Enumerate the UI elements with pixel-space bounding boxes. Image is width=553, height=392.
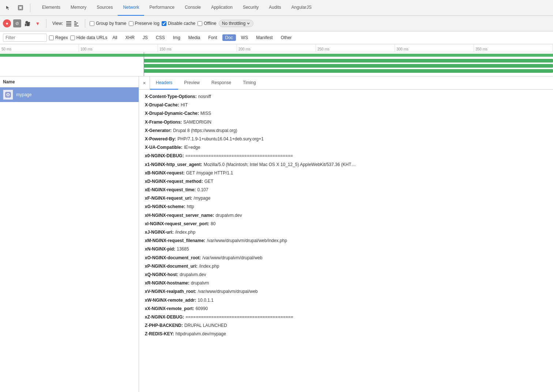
filter-input[interactable] [3,34,47,42]
nav-tab-performance[interactable]: Performance [144,0,180,16]
header-value: Mozilla/5.0 (Macintosh; Intel Mac OS X 1… [204,161,356,168]
timeline-content [0,52,553,76]
filter-chip-manifest[interactable]: Manifest [253,34,275,41]
header-value: httpdrupalvm.dev/mypage [176,331,226,338]
nav-icons [3,3,33,13]
offline-checkbox[interactable]: Offline [198,21,216,26]
header-row: Z-PHP-BACKEND: DRUPAL LAUNCHED [145,321,547,330]
header-key: Z-REDIS-KEY: [145,331,174,338]
header-key: xF-NGINX-request_uri: [145,195,192,202]
header-row: X-Drupal-Dynamic-Cache: MISS [145,109,547,118]
header-row: xH-NGINX-request_server_name: drupalvm.d… [145,211,547,220]
tab-response[interactable]: Response [206,76,237,90]
pointer-icon[interactable] [3,3,13,13]
tick-350: 350 ms [474,44,553,52]
header-key: x0-NGINX-DEBUG: [145,152,184,159]
header-key: xZ-NGINX-DEBUG: [145,314,184,321]
nav-tab-audits[interactable]: Audits [264,0,286,16]
header-row: xQ-NGINX-host: drupalvm.dev [145,271,547,279]
hide-data-urls-checkbox[interactable]: Hide data URLs [70,35,108,40]
filter-chip-doc[interactable]: Doc [222,34,236,41]
filter-chip-img[interactable]: Img [170,34,183,41]
header-value: GET /mypage HTTP/1.1 [186,170,233,177]
nav-tab-memory[interactable]: Memory [65,0,91,16]
throttle-select[interactable]: No throttling [219,20,254,27]
header-value: /mypage [193,195,210,202]
header-row: xW-NGINX-remote_addr: 10.0.1.1 [145,296,547,305]
regex-checkbox[interactable]: Regex [49,35,68,40]
header-value: /var/www/drupalvm/drupal/web [202,255,262,261]
list-view-icon[interactable] [65,20,72,27]
view-label: View: [52,21,63,26]
filter-chip-ws[interactable]: WS [238,34,251,41]
request-list-header: Name [0,76,139,87]
headers-content: X-Content-Type-Options: nosniffX-Drupal-… [139,90,553,392]
request-name: mypage [16,92,32,97]
header-value: drupalvm [191,280,209,287]
filter-chip-other[interactable]: Other [278,34,295,41]
header-value: ========================================… [185,152,293,159]
camera-icon[interactable]: 🎥 [23,19,31,27]
request-list: Name mypage [0,76,139,392]
filter-chip-css[interactable]: CSS [153,34,168,41]
header-value: DRUPAL LAUNCHED [184,322,227,329]
header-row: X-Powered-By: PHP/7.1.9-1+ubuntu16.04.1+… [145,135,547,143]
header-row: xB-NGINX-request: GET /mypage HTTP/1.1 [145,169,547,177]
main-area: Name mypage × Headers Preview Response T… [0,76,553,392]
group-by-frame-checkbox[interactable]: Group by frame [90,21,126,26]
tab-timing[interactable]: Timing [237,76,262,90]
header-value: 0.107 [197,186,208,193]
filter-chip-all[interactable]: All [109,34,120,41]
tick-200: 200 ms [237,44,316,52]
clear-button[interactable]: ⊘ [13,19,21,27]
nav-tab-network[interactable]: Network [118,0,144,16]
filter-chip-font[interactable]: Font [206,34,220,41]
disable-cache-checkbox[interactable]: Disable cache [162,21,195,26]
svg-rect-3 [66,23,71,23]
tab-headers[interactable]: Headers [150,76,178,90]
header-row: xD-NGINX-request_method: GET [145,177,547,186]
filter-icon[interactable]: ▼ [34,19,42,27]
close-button[interactable]: × [139,76,150,90]
tick-50: 50 ms [0,44,79,52]
nav-tab-security[interactable]: Security [238,0,264,16]
nav-tab-console[interactable]: Console [180,0,206,16]
tab-preview[interactable]: Preview [178,76,206,90]
header-value: drupalvm.dev [180,271,206,278]
header-value: /index.php [175,229,195,236]
header-value: SAMEORIGIN [183,119,211,126]
header-row: X-Drupal-Cache: HIT [145,101,547,109]
header-row: xP-NGINX-document_uri: /index.php [145,262,547,271]
preserve-log-checkbox[interactable]: Preserve log [129,21,159,26]
divider [46,19,46,28]
header-value: drupalvm.dev [215,212,242,219]
header-value: MISS [200,110,211,117]
request-item-mypage[interactable]: mypage [0,87,139,102]
timeline-ruler: 50 ms 100 ms 150 ms 200 ms 250 ms 300 ms… [0,44,553,52]
nav-tab-application[interactable]: Application [206,0,238,16]
header-value: nosniff [198,93,211,100]
toolbar: ● ⊘ 🎥 ▼ View: Group by frame Preserve lo… [0,16,553,31]
record-button[interactable]: ● [3,19,11,27]
filter-chip-xhr[interactable]: XHR [123,34,138,41]
nav-tab-elements[interactable]: Elements [37,0,65,16]
nav-tab-sources[interactable]: Sources [91,0,118,16]
top-nav: Elements Memory Sources Network Performa… [0,0,553,16]
waterfall-view-icon[interactable] [73,20,80,27]
header-key: xI-NGINX-request_server_port: [145,220,209,227]
nav-tab-angularjs[interactable]: AngularJS [286,0,317,16]
header-key: X-Drupal-Cache: [145,102,179,109]
filter-chip-js[interactable]: JS [140,34,151,41]
request-icon [3,90,13,100]
header-key: X-Drupal-Dynamic-Cache: [145,110,199,117]
header-row: X-Generator: Drupal 8 (https://www.drupa… [145,127,547,135]
svg-rect-6 [74,21,76,22]
header-row: xF-NGINX-request_uri: /mypage [145,194,547,203]
timeline-green-bar [0,54,553,57]
header-row: xZ-NGINX-DEBUG: ========================… [145,313,547,321]
filter-chip-media[interactable]: Media [185,34,203,41]
waterfall-row-1 [144,59,553,63]
inspect-icon[interactable] [15,3,26,13]
header-key: X-Frame-Options: [145,119,182,126]
tick-150: 150 ms [158,44,237,52]
